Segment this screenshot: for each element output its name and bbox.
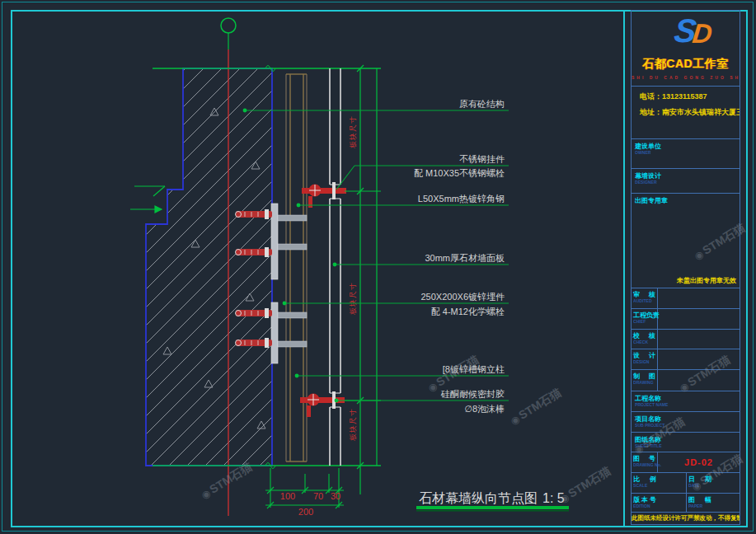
drawing-row: 制 图DRAWING: [632, 370, 740, 391]
chief-row: 工程负责CHIEF: [632, 309, 740, 330]
audited-row: 审 核AUDITED: [632, 288, 740, 309]
panel-size-label: 板块尺寸: [349, 115, 357, 148]
phone-line: 电话：13123115387: [640, 91, 740, 102]
weld-symbols: [130, 186, 165, 213]
embed-plates: [271, 204, 307, 363]
logo-cell: S D 石都CAD工作室 SHI DU CAD GONG ZUO SHI: [632, 11, 740, 87]
check-row: 校 核CHECK: [632, 330, 740, 349]
scale-date-row: 比 例SCALE 日 期DATE: [632, 473, 740, 494]
panel-size-label: 板块尺寸: [349, 408, 357, 441]
annotation-stone-panel: 30mm厚石材墙面板: [425, 253, 505, 263]
bottom-dimensions: 100 70 30 200: [265, 468, 344, 517]
studio-name: 石都CAD工作室: [632, 57, 740, 72]
designer-row: 幕墙设计 DESIGNER: [632, 169, 740, 194]
dim-70: 70: [313, 491, 323, 501]
annotation-hanger: 不锈钢挂件: [459, 154, 505, 164]
cad-sheet: 板块尺寸 板块尺寸 板块尺寸 原有砼结构 不锈钢挂件 配 M10X35不锈钢螺栓…: [0, 0, 756, 534]
seal-note: 未盖出图专用章无效: [677, 276, 736, 285]
title-underline: [416, 506, 569, 509]
annotation-texts: 原有砼结构 不锈钢挂件 配 M10X35不锈钢螺栓 L50X5mm热镀锌角钢 3…: [414, 99, 505, 414]
contact-cell: 电话：13123115387 地址：南安市水头镇瑞祥大厦三楼: [632, 87, 740, 139]
concrete-wall-hatch: [146, 68, 272, 466]
footer-note-row: 此图纸未经设计许可严禁改动，不得复制。: [632, 513, 740, 524]
annotation-channel-column: [8镀锌槽钢立柱: [443, 364, 505, 374]
annotation-chem-bolt: 配 4-M12化学螺栓: [431, 307, 505, 316]
copyright-note: 此图纸未经设计许可严禁改动，不得复制。: [632, 514, 740, 522]
sheet-title-row: 图纸名称 SHEET TITLE: [632, 433, 740, 452]
detail-drawing: 板块尺寸 板块尺寸 板块尺寸 原有砼结构 不锈钢挂件 配 M10X35不锈钢螺栓…: [0, 0, 624, 534]
annotation-concrete: 原有砼结构: [459, 99, 505, 109]
drawing-title: 石材幕墙纵向节点图: [419, 491, 538, 505]
logo-d-glyph: D: [691, 18, 714, 49]
panel-size-label: 板块尺寸: [349, 282, 357, 315]
project-name-row: 工程名称 PROJECT NAME: [632, 391, 740, 412]
channel-steel-column: [286, 74, 307, 461]
edition-cell: 版本号EDITION: [632, 494, 687, 512]
studio-pinyin: SHI DU CAD GONG ZUO SHI: [632, 75, 740, 80]
panel-size-labels: 板块尺寸 板块尺寸 板块尺寸: [349, 115, 357, 441]
annotation-foam-rod: ∅8泡沫棒: [464, 404, 505, 414]
annotation-sealant: 硅酮耐候密封胶: [440, 389, 505, 399]
edition-paper-row: 版本号EDITION 图 幅PAPER: [632, 494, 740, 513]
drawing-no-row: 图 号DRAWING No. JD-02: [632, 452, 740, 473]
drawing-title-group: 石材幕墙纵向节点图 1: 5: [416, 491, 569, 512]
grid-bubble-icon: [221, 18, 236, 33]
annotation-angle-steel: L50X5mm热镀锌角钢: [418, 194, 505, 204]
title-block: S D 石都CAD工作室 SHI DU CAD GONG ZUO SHI 电话：…: [631, 10, 740, 525]
date-cell: 日 期DATE: [687, 473, 740, 493]
owner-row: 建设单位 OWNER: [632, 139, 740, 169]
dim-100: 100: [280, 491, 295, 501]
paper-cell: 图 幅PAPER: [687, 494, 740, 512]
annotation-embed-plate: 250X200X6镀锌埋件: [421, 292, 505, 302]
scale-cell: 比 例SCALE: [632, 473, 687, 493]
design-row: 设 计DESIGN: [632, 349, 740, 370]
subproject-row: 项目名称 SUB PROJECT: [632, 412, 740, 433]
studio-logo-icon: S D: [632, 11, 740, 52]
drawing-scale: 1: 5: [542, 491, 565, 505]
seal-cell: 出图专用章 未盖出图专用章无效: [632, 194, 740, 288]
dim-200: 200: [298, 507, 313, 517]
dim-30: 30: [331, 491, 340, 501]
annotation-hanger-bolt: 配 M10X35不锈钢螺栓: [414, 168, 505, 178]
drawing-number-value: JD-02: [684, 457, 713, 467]
address-line: 地址：南安市水头镇瑞祥大厦三楼: [640, 107, 740, 118]
